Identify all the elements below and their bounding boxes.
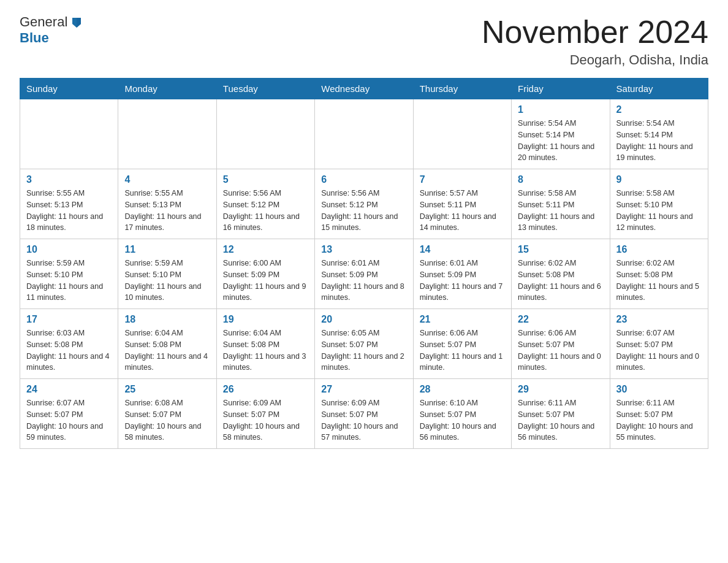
calendar-week-row: 17Sunrise: 6:03 AM Sunset: 5:08 PM Dayli… (20, 309, 708, 379)
day-number: 26 (223, 384, 308, 395)
calendar-cell: 27Sunrise: 6:09 AM Sunset: 5:07 PM Dayli… (315, 379, 413, 449)
day-number: 18 (124, 314, 210, 325)
calendar-table: SundayMondayTuesdayWednesdayThursdayFrid… (20, 78, 708, 449)
day-number: 22 (518, 314, 603, 325)
day-number: 8 (518, 174, 603, 185)
day-of-week-header: Wednesday (315, 79, 413, 99)
day-number: 28 (420, 384, 505, 395)
day-number: 7 (420, 174, 505, 185)
day-number: 1 (518, 104, 603, 115)
day-info: Sunrise: 5:59 AM Sunset: 5:10 PM Dayligh… (26, 258, 112, 304)
calendar-cell: 6Sunrise: 5:56 AM Sunset: 5:12 PM Daylig… (315, 169, 413, 239)
location-title: Deogarh, Odisha, India (482, 52, 708, 68)
day-of-week-header: Sunday (20, 79, 118, 99)
day-info: Sunrise: 5:56 AM Sunset: 5:12 PM Dayligh… (321, 188, 406, 234)
calendar-week-row: 3Sunrise: 5:55 AM Sunset: 5:13 PM Daylig… (20, 169, 708, 239)
day-info: Sunrise: 5:55 AM Sunset: 5:13 PM Dayligh… (26, 188, 112, 234)
calendar-cell: 23Sunrise: 6:07 AM Sunset: 5:07 PM Dayli… (610, 309, 708, 379)
day-number: 29 (518, 384, 603, 395)
day-info: Sunrise: 6:03 AM Sunset: 5:08 PM Dayligh… (26, 327, 112, 373)
day-info: Sunrise: 6:07 AM Sunset: 5:07 PM Dayligh… (26, 397, 112, 443)
day-number: 6 (321, 174, 406, 185)
day-number: 15 (518, 244, 603, 255)
calendar-cell: 14Sunrise: 6:01 AM Sunset: 5:09 PM Dayli… (413, 239, 511, 309)
day-info: Sunrise: 5:58 AM Sunset: 5:11 PM Dayligh… (518, 188, 603, 234)
svg-marker-1 (77, 18, 81, 28)
day-number: 17 (26, 314, 112, 325)
calendar-cell: 9Sunrise: 5:58 AM Sunset: 5:10 PM Daylig… (610, 169, 708, 239)
calendar-cell: 7Sunrise: 5:57 AM Sunset: 5:11 PM Daylig… (413, 169, 511, 239)
day-number: 19 (223, 314, 308, 325)
day-info: Sunrise: 6:06 AM Sunset: 5:07 PM Dayligh… (420, 327, 505, 373)
day-of-week-header: Saturday (610, 79, 708, 99)
day-number: 23 (616, 314, 702, 325)
day-number: 10 (26, 244, 112, 255)
day-number: 20 (321, 314, 406, 325)
day-number: 2 (616, 104, 702, 115)
day-number: 5 (223, 174, 308, 185)
calendar-cell (118, 99, 216, 169)
page-header: General Blue November 2024 Deogarh, Odis… (20, 15, 708, 68)
day-info: Sunrise: 6:11 AM Sunset: 5:07 PM Dayligh… (518, 397, 603, 443)
calendar-cell: 10Sunrise: 5:59 AM Sunset: 5:10 PM Dayli… (20, 239, 118, 309)
day-info: Sunrise: 5:58 AM Sunset: 5:10 PM Dayligh… (616, 188, 702, 234)
calendar-cell: 19Sunrise: 6:04 AM Sunset: 5:08 PM Dayli… (216, 309, 314, 379)
calendar-cell: 22Sunrise: 6:06 AM Sunset: 5:07 PM Dayli… (512, 309, 610, 379)
calendar-cell: 5Sunrise: 5:56 AM Sunset: 5:12 PM Daylig… (216, 169, 314, 239)
calendar-header-row: SundayMondayTuesdayWednesdayThursdayFrid… (20, 79, 708, 99)
logo-arrow-icon (69, 15, 83, 29)
day-info: Sunrise: 6:01 AM Sunset: 5:09 PM Dayligh… (321, 258, 406, 304)
day-info: Sunrise: 5:54 AM Sunset: 5:14 PM Dayligh… (616, 118, 702, 164)
day-of-week-header: Friday (512, 79, 610, 99)
calendar-cell (216, 99, 314, 169)
day-info: Sunrise: 6:09 AM Sunset: 5:07 PM Dayligh… (321, 397, 406, 443)
day-info: Sunrise: 6:07 AM Sunset: 5:07 PM Dayligh… (616, 327, 702, 373)
calendar-cell: 15Sunrise: 6:02 AM Sunset: 5:08 PM Dayli… (512, 239, 610, 309)
calendar-cell: 16Sunrise: 6:02 AM Sunset: 5:08 PM Dayli… (610, 239, 708, 309)
day-number: 4 (124, 174, 210, 185)
day-number: 11 (124, 244, 210, 255)
day-info: Sunrise: 6:01 AM Sunset: 5:09 PM Dayligh… (420, 258, 505, 304)
calendar-cell: 2Sunrise: 5:54 AM Sunset: 5:14 PM Daylig… (610, 99, 708, 169)
calendar-cell: 26Sunrise: 6:09 AM Sunset: 5:07 PM Dayli… (216, 379, 314, 449)
day-info: Sunrise: 5:56 AM Sunset: 5:12 PM Dayligh… (223, 188, 308, 234)
day-info: Sunrise: 5:59 AM Sunset: 5:10 PM Dayligh… (124, 258, 210, 304)
calendar-cell: 4Sunrise: 5:55 AM Sunset: 5:13 PM Daylig… (118, 169, 216, 239)
day-info: Sunrise: 5:55 AM Sunset: 5:13 PM Dayligh… (124, 188, 210, 234)
calendar-cell: 30Sunrise: 6:11 AM Sunset: 5:07 PM Dayli… (610, 379, 708, 449)
day-info: Sunrise: 6:06 AM Sunset: 5:07 PM Dayligh… (518, 327, 603, 373)
logo: General Blue (20, 15, 83, 46)
day-number: 13 (321, 244, 406, 255)
calendar-cell: 13Sunrise: 6:01 AM Sunset: 5:09 PM Dayli… (315, 239, 413, 309)
day-number: 25 (124, 384, 210, 395)
calendar-cell: 12Sunrise: 6:00 AM Sunset: 5:09 PM Dayli… (216, 239, 314, 309)
calendar-cell: 28Sunrise: 6:10 AM Sunset: 5:07 PM Dayli… (413, 379, 511, 449)
day-info: Sunrise: 6:08 AM Sunset: 5:07 PM Dayligh… (124, 397, 210, 443)
logo-blue-text: Blue (20, 30, 49, 46)
day-of-week-header: Thursday (413, 79, 511, 99)
month-title: November 2024 (482, 15, 708, 50)
calendar-cell: 1Sunrise: 5:54 AM Sunset: 5:14 PM Daylig… (512, 99, 610, 169)
calendar-cell: 20Sunrise: 6:05 AM Sunset: 5:07 PM Dayli… (315, 309, 413, 379)
day-number: 12 (223, 244, 308, 255)
calendar-cell: 3Sunrise: 5:55 AM Sunset: 5:13 PM Daylig… (20, 169, 118, 239)
calendar-week-row: 10Sunrise: 5:59 AM Sunset: 5:10 PM Dayli… (20, 239, 708, 309)
calendar-cell: 17Sunrise: 6:03 AM Sunset: 5:08 PM Dayli… (20, 309, 118, 379)
day-number: 9 (616, 174, 702, 185)
calendar-cell: 25Sunrise: 6:08 AM Sunset: 5:07 PM Dayli… (118, 379, 216, 449)
calendar-cell (413, 99, 511, 169)
day-info: Sunrise: 6:02 AM Sunset: 5:08 PM Dayligh… (518, 258, 603, 304)
day-number: 27 (321, 384, 406, 395)
day-info: Sunrise: 6:02 AM Sunset: 5:08 PM Dayligh… (616, 258, 702, 304)
day-of-week-header: Tuesday (216, 79, 314, 99)
calendar-week-row: 1Sunrise: 5:54 AM Sunset: 5:14 PM Daylig… (20, 99, 708, 169)
calendar-cell: 18Sunrise: 6:04 AM Sunset: 5:08 PM Dayli… (118, 309, 216, 379)
calendar-cell: 24Sunrise: 6:07 AM Sunset: 5:07 PM Dayli… (20, 379, 118, 449)
day-number: 24 (26, 384, 112, 395)
calendar-cell (315, 99, 413, 169)
day-info: Sunrise: 6:04 AM Sunset: 5:08 PM Dayligh… (223, 327, 308, 373)
day-info: Sunrise: 6:04 AM Sunset: 5:08 PM Dayligh… (124, 327, 210, 373)
day-number: 21 (420, 314, 505, 325)
day-info: Sunrise: 5:54 AM Sunset: 5:14 PM Dayligh… (518, 118, 603, 164)
day-of-week-header: Monday (118, 79, 216, 99)
